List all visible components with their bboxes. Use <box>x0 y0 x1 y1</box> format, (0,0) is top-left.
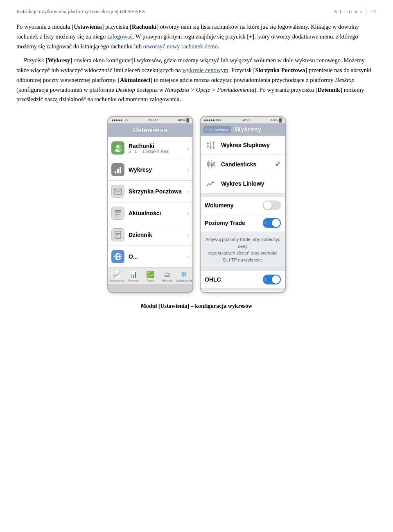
rachunki-icon <box>111 141 124 155</box>
left-menu-list: Rachunki S Ł - BossaFX-Real › Wykresy <box>108 137 192 268</box>
candlesticks-check: ✓ <box>275 160 281 169</box>
back-button[interactable]: ‹ Ustawienia <box>203 126 231 133</box>
chart-type-slupkowy[interactable]: Wykres Słupkowy <box>201 136 285 155</box>
time-right: 14:27 <box>241 118 251 122</box>
tab-historia[interactable]: 🗂 Historia <box>159 270 176 283</box>
svg-rect-8 <box>115 210 121 211</box>
svg-point-2 <box>119 145 121 148</box>
chevron-aktualnosci: › <box>187 210 189 216</box>
chart-type-liniowy[interactable]: Wykres Liniowy <box>201 174 285 193</box>
chevron-skrzynka: › <box>187 188 189 195</box>
historia-icon: 🗂 <box>164 271 170 278</box>
liniowy-label: Wykres Liniowy <box>221 180 281 187</box>
tab-ustawienia[interactable]: ⚙ Ustawienia <box>176 270 192 283</box>
signal-left: ●●●●● 3G <box>111 118 129 122</box>
ohlc-toggle-text: I <box>265 277 267 282</box>
ohlc-label: OHLC <box>205 276 263 283</box>
info-box: Aktywuj poziomy trade, aby zobaczyć ceny… <box>201 232 285 268</box>
svg-rect-32 <box>211 164 212 166</box>
svg-rect-15 <box>116 236 118 236</box>
chevron-dziennik: › <box>187 232 189 238</box>
aktualnosci-content: Aktualności <box>129 210 185 216</box>
caption: Moduł [Ustawienia] – konfiguracja wykres… <box>16 303 377 309</box>
poziomy-label: Poziomy Trade <box>205 220 263 226</box>
nav-header-right: ‹ Ustawienia Wykresy <box>201 123 285 136</box>
phone-right: ●●●●● 3G 14:27 48% ▓ ‹ Ustawienia Wykres… <box>200 116 286 293</box>
rachunki-content: Rachunki S Ł - BossaFX-Real <box>129 143 185 154</box>
skrzynka-content: Skrzynka Pocztowa <box>129 188 185 195</box>
tab-notowania[interactable]: 📈 Notowania <box>108 270 125 283</box>
notowania-icon: 📈 <box>113 271 121 278</box>
wykresy-icon <box>111 163 124 176</box>
chevron-o: › <box>187 253 189 260</box>
svg-rect-6 <box>120 167 121 173</box>
svg-rect-13 <box>116 233 120 234</box>
menu-item-dziennik[interactable]: Dziennik › <box>108 224 192 246</box>
toggle-poziomy[interactable]: Poziomy Trade I <box>201 214 285 232</box>
tab-trade[interactable]: 💹 Trade <box>142 270 158 283</box>
toggle-ohlc[interactable]: OHLC I <box>201 271 285 289</box>
toggle-wolumeny[interactable]: Wolumeny <box>201 197 285 214</box>
page-number: S t r o n a | 14 <box>334 8 377 15</box>
ohlc-toggle[interactable]: I <box>263 275 281 284</box>
wolumeny-label: Wolumeny <box>205 202 263 209</box>
toggle-on-text: I <box>265 221 267 225</box>
svg-rect-14 <box>116 234 120 235</box>
menu-item-o[interactable]: O... › <box>108 246 192 268</box>
wykres-tab-icon: 📊 <box>129 271 138 278</box>
chart-types-list: Wykres Słupkowy Candlesticks ✓ <box>201 136 285 193</box>
screenshots-container: ●●●●● 3G 14:27 48% ▓ Ustawienia <box>16 116 377 293</box>
tab-wykres[interactable]: 📊 Wykres <box>125 270 142 283</box>
svg-rect-9 <box>115 212 121 213</box>
svg-rect-4 <box>115 171 116 173</box>
page-header: Instrukcja użytkownika platformy transak… <box>16 8 377 15</box>
paragraph-1: Po wybraniu z modułu [Ustawienia] przyci… <box>16 22 377 52</box>
candlesticks-icon <box>205 159 217 169</box>
svg-rect-11 <box>115 216 119 216</box>
aktualnosci-icon <box>111 207 124 220</box>
doc-title: Instrukcja użytkownika platformy transak… <box>16 8 145 15</box>
slupkowy-chart-icon <box>205 140 217 150</box>
svg-point-3 <box>118 148 122 151</box>
nav-title-right: Wykresy <box>234 126 262 133</box>
status-bar-right: ●●●●● 3G 14:27 48% ▓ <box>201 117 285 123</box>
chevron-rachunki: › <box>187 145 189 151</box>
o-icon <box>111 250 124 263</box>
nav-title-left: Ustawienia <box>108 123 192 137</box>
menu-item-rachunki[interactable]: Rachunki S Ł - BossaFX-Real › <box>108 137 192 159</box>
chevron-wykresy: › <box>187 166 189 173</box>
svg-rect-10 <box>115 214 120 215</box>
liniowy-chart-icon <box>205 179 217 189</box>
chart-type-candlesticks[interactable]: Candlesticks ✓ <box>201 155 285 174</box>
menu-item-skrzynka[interactable]: Skrzynka Pocztowa › <box>108 181 192 202</box>
tab-bar-left: 📈 Notowania 📊 Wykres 💹 Trade 🗂 Historia … <box>108 268 192 284</box>
signal-right: ●●●●● 3G <box>204 118 221 122</box>
battery-left: 48% ▓ <box>178 118 189 122</box>
skrzynka-icon <box>111 185 124 198</box>
phone-left: ●●●●● 3G 14:27 48% ▓ Ustawienia <box>107 116 193 293</box>
dziennik-icon <box>111 228 124 241</box>
candlesticks-label: Candlesticks <box>221 161 275 168</box>
divider-1 <box>201 193 285 197</box>
wykresy-content: Wykresy <box>129 166 185 173</box>
status-bar-left: ●●●●● 3G 14:27 48% ▓ <box>108 117 192 123</box>
battery-right: 48% ▓ <box>271 118 282 122</box>
paragraph-2: Przycisk [Wykresy] otwiera okno konfigur… <box>16 56 377 105</box>
time-left: 14:27 <box>149 118 158 122</box>
poziomy-toggle[interactable]: I <box>263 218 281 228</box>
trade-icon: 💹 <box>146 271 154 278</box>
ustawienia-icon: ⚙ <box>181 271 187 278</box>
slupkowy-label: Wykres Słupkowy <box>221 142 281 148</box>
menu-item-aktualnosci[interactable]: Aktualności › <box>108 202 192 224</box>
divider-2 <box>201 268 285 271</box>
svg-rect-5 <box>117 169 119 173</box>
o-content: O... <box>129 253 185 260</box>
dziennik-content: Dziennik <box>129 232 185 238</box>
wolumeny-toggle[interactable] <box>263 200 281 210</box>
menu-item-wykresy[interactable]: Wykresy › <box>108 159 192 181</box>
